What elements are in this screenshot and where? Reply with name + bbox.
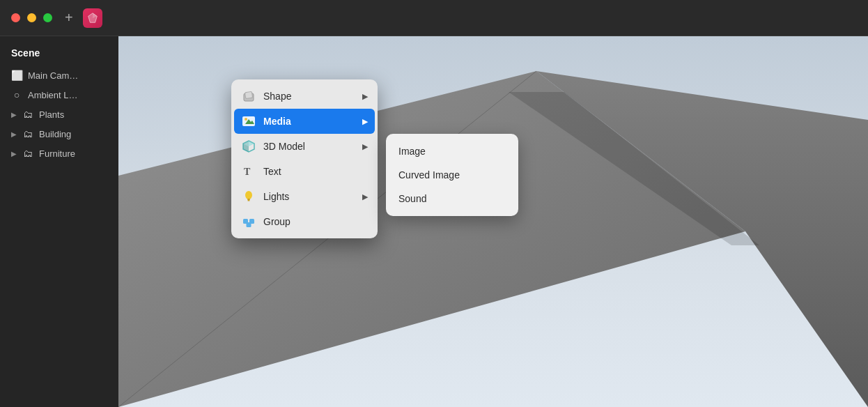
maximize-button[interactable] [43, 13, 52, 22]
submenu-arrow-icon: ▶ [362, 117, 368, 126]
title-bar: + [0, 0, 868, 36]
media-submenu: Image Curved Image Sound [386, 134, 518, 216]
svg-point-11 [245, 118, 247, 121]
app-icon [83, 8, 102, 28]
submenu-arrow-icon: ▶ [362, 142, 368, 151]
sidebar-item-ambient-light[interactable]: ○ Ambient L… [0, 85, 118, 105]
close-button[interactable] [11, 13, 20, 22]
submenu-item-image[interactable]: Image [386, 139, 518, 163]
sidebar-item-label: Ambient L… [28, 90, 78, 100]
sidebar-item-building[interactable]: ▶ 🗂 Building [0, 124, 118, 144]
menu-item-shape[interactable]: Shape ▶ [231, 84, 378, 109]
menu-item-label: Text [263, 166, 368, 177]
submenu-arrow-icon: ▶ [362, 192, 368, 201]
minimize-button[interactable] [27, 13, 36, 22]
menu-item-lights[interactable]: Lights ▶ [231, 184, 378, 209]
sidebar-item-label: Furniture [39, 148, 75, 159]
camera-icon: ⬜ [11, 70, 22, 81]
menu-item-3d-model[interactable]: 3D Model ▶ [231, 134, 378, 159]
svg-text:T: T [244, 167, 251, 177]
viewport: Shape ▶ Media ▶ [118, 36, 868, 407]
submenu-item-sound[interactable]: Sound [386, 187, 518, 210]
chevron-right-icon: ▶ [11, 150, 17, 158]
sidebar-item-main-camera[interactable]: ⬜ Main Cam… [0, 66, 118, 85]
menu-item-label: Media [263, 116, 355, 127]
chevron-right-icon: ▶ [11, 130, 17, 138]
sidebar: Scene ⬜ Main Cam… ○ Ambient L… ▶ 🗂 Plant… [0, 36, 118, 407]
menu-item-label: Lights [263, 191, 355, 202]
chevron-right-icon: ▶ [11, 111, 17, 118]
sidebar-item-plants[interactable]: ▶ 🗂 Plants [0, 105, 118, 124]
svg-rect-19 [248, 200, 250, 201]
submenu-item-curved-image[interactable]: Curved Image [386, 163, 518, 187]
media-icon [241, 114, 256, 129]
menu-item-label: Group [263, 216, 368, 227]
menu-item-label: 3D Model [263, 141, 355, 152]
menu-item-media[interactable]: Media ▶ Image Curved Image Sound [234, 109, 375, 134]
svg-rect-22 [247, 222, 251, 227]
lights-icon [241, 189, 256, 204]
submenu-arrow-icon: ▶ [362, 92, 368, 101]
svg-point-17 [245, 191, 252, 199]
sidebar-item-label: Main Cam… [28, 70, 78, 81]
shape-icon [241, 89, 256, 104]
add-button[interactable]: + [65, 10, 73, 26]
sidebar-item-label: Building [39, 129, 71, 139]
context-menu: Shape ▶ Media ▶ [231, 79, 378, 238]
group-icon [241, 214, 256, 229]
folder-icon: 🗂 [22, 148, 33, 159]
menu-item-group[interactable]: Group [231, 209, 378, 234]
folder-icon: 🗂 [22, 109, 33, 120]
text-icon: T [241, 164, 256, 179]
add-menu: Shape ▶ Media ▶ [231, 79, 378, 238]
svg-rect-8 [245, 91, 252, 98]
sidebar-item-furniture[interactable]: ▶ 🗂 Furniture [0, 144, 118, 163]
main-content: Scene ⬜ Main Cam… ○ Ambient L… ▶ 🗂 Plant… [0, 36, 868, 407]
sidebar-title: Scene [0, 43, 118, 66]
sidebar-item-label: Plants [39, 109, 64, 120]
folder-icon: 🗂 [22, 128, 33, 139]
menu-item-text[interactable]: T Text [231, 159, 378, 184]
light-icon: ○ [11, 89, 22, 100]
3d-model-icon [241, 139, 256, 154]
svg-rect-18 [247, 199, 250, 200]
menu-item-label: Shape [263, 91, 355, 102]
